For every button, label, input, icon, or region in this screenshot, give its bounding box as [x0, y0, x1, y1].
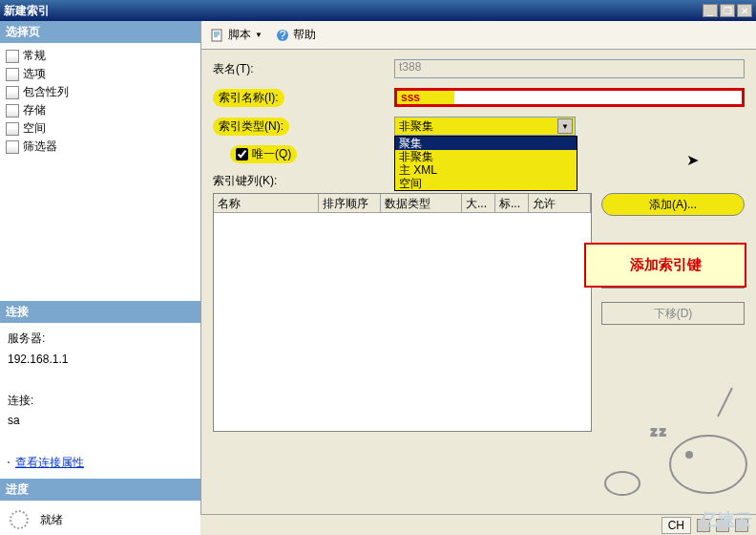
page-icon — [6, 122, 19, 136]
server-value: 192.168.1.1 — [8, 350, 193, 371]
col-sort: 排序顺序 — [319, 194, 381, 212]
col-identity: 标... — [495, 194, 529, 212]
page-icon — [6, 68, 19, 81]
progress-header: 进度 — [0, 479, 200, 501]
help-button[interactable]: ? 帮助 — [276, 27, 316, 43]
svg-point-4 — [686, 452, 692, 458]
connection-info: 服务器: 192.168.1.1 连接: sa 查看连接属性 — [0, 323, 200, 479]
add-button[interactable]: 添加(A)... — [601, 193, 745, 216]
script-icon — [211, 29, 224, 42]
tree-item-filter[interactable]: 筛选器 — [6, 138, 195, 156]
progress-pane: 就绪 — [0, 501, 200, 535]
col-size: 大... — [462, 194, 495, 212]
connection-header: 连接 — [0, 301, 200, 323]
conn-label: 连接: — [8, 391, 193, 412]
view-connection-link[interactable]: 查看连接属性 — [15, 453, 84, 474]
index-name-input[interactable]: sss — [394, 88, 745, 107]
svg-point-5 — [605, 472, 640, 495]
window-titlebar: 新建索引 _ ❐ ✕ — [0, 0, 756, 21]
help-icon: ? — [276, 29, 289, 42]
decorative-doodle: z z — [565, 340, 756, 512]
page-icon — [6, 140, 19, 154]
page-tree: 常规 选项 包含性列 存储 空间 筛选器 — [0, 43, 200, 301]
window-close-button[interactable]: ✕ — [737, 4, 752, 17]
properties-icon — [8, 461, 10, 463]
window-min-button[interactable]: _ — [703, 4, 718, 17]
progress-text: 就绪 — [40, 512, 63, 528]
sidebar: 选择页 常规 选项 包含性列 存储 空间 筛选器 连接 服务器: 192.168… — [0, 21, 200, 535]
annotation-callout: 添加索引键 — [584, 243, 746, 288]
ime-indicator[interactable]: CH — [662, 517, 691, 534]
option-spatial[interactable]: 空间 — [395, 177, 577, 190]
col-type: 数据类型 — [381, 194, 462, 212]
option-nonclustered[interactable]: 非聚集 — [395, 150, 577, 163]
tree-item-included[interactable]: 包含性列 — [6, 83, 195, 101]
page-icon — [6, 86, 19, 99]
server-label: 服务器: — [8, 329, 193, 350]
tree-item-spatial[interactable]: 空间 — [6, 119, 195, 138]
tree-item-options[interactable]: 选项 — [6, 65, 195, 83]
svg-text:?: ? — [280, 29, 286, 42]
toolbar: 脚本 ▼ ? 帮助 — [201, 21, 756, 50]
unique-label: 唯一(Q) — [252, 146, 291, 162]
progress-spinner-icon — [10, 510, 29, 529]
move-down-button[interactable]: 下移(D) — [601, 302, 745, 325]
table-header-row: 名称 排序顺序 数据类型 大... 标... 允许 NUL... — [214, 194, 591, 213]
content-area: 脚本 ▼ ? 帮助 表名(T): t388 索引名称(I): sss — [200, 21, 756, 535]
table-name-label: 表名(T): — [213, 61, 394, 77]
option-xml[interactable]: 主 XML — [395, 163, 577, 177]
index-type-label: 索引类型(N): — [213, 118, 289, 136]
svg-rect-0 — [212, 30, 221, 41]
index-name-label: 索引名称(I): — [213, 89, 284, 107]
conn-value: sa — [8, 411, 193, 432]
index-type-dropdown: 聚集 非聚集 主 XML 空间 — [394, 136, 578, 191]
table-name-field: t388 — [394, 59, 745, 78]
option-clustered[interactable]: 聚集 — [395, 137, 577, 150]
chevron-down-icon: ▼ — [255, 31, 262, 39]
watermark: 亿速云 — [701, 508, 752, 531]
key-columns-table[interactable]: 名称 排序顺序 数据类型 大... 标... 允许 NUL... — [213, 193, 592, 432]
col-nulls: 允许 NUL... — [529, 194, 591, 212]
select-page-header: 选择页 — [0, 21, 200, 43]
script-button[interactable]: 脚本 ▼ — [211, 27, 262, 43]
tree-item-general[interactable]: 常规 — [6, 47, 195, 65]
window-max-button[interactable]: ❐ — [720, 4, 735, 17]
window-title: 新建索引 — [4, 3, 701, 19]
tree-item-storage[interactable]: 存储 — [6, 101, 195, 119]
index-type-combo[interactable]: 非聚集 ▼ 聚集 非聚集 主 XML 空间 — [394, 117, 576, 136]
col-name: 名称 — [214, 194, 319, 212]
unique-checkbox[interactable] — [236, 148, 248, 160]
status-bar: CH — [200, 514, 756, 535]
page-icon — [6, 50, 19, 63]
svg-text:z z: z z — [651, 425, 665, 439]
page-icon — [6, 104, 19, 118]
svg-point-3 — [670, 436, 746, 493]
chevron-down-icon: ▼ — [557, 118, 573, 134]
